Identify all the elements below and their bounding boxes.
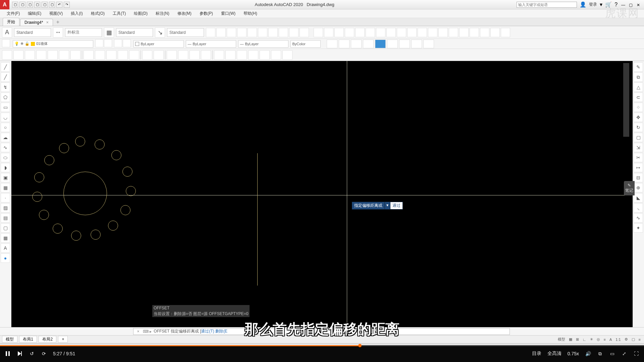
- preview-icon[interactable]: [48, 50, 58, 60]
- tab-add-button[interactable]: +: [54, 18, 62, 26]
- zoom-center-icon[interactable]: [411, 40, 422, 48]
- infocenter-icon[interactable]: 👤: [580, 1, 586, 8]
- zoom-in-icon[interactable]: [387, 40, 398, 48]
- qat-save-icon[interactable]: ▢: [27, 2, 33, 8]
- undo-icon[interactable]: [142, 50, 152, 60]
- status-scale-icon[interactable]: 1:1: [614, 337, 622, 342]
- plot-icon[interactable]: [36, 50, 46, 60]
- menu-window[interactable]: 窗口(W): [217, 11, 239, 16]
- menu-modify[interactable]: 修改(M): [173, 11, 196, 16]
- layer-icon-4[interactable]: [237, 28, 247, 37]
- matchprop-icon[interactable]: [118, 50, 128, 60]
- menu-format[interactable]: 格式(O): [87, 11, 109, 16]
- extend-icon[interactable]: ↦: [634, 163, 643, 172]
- signin-link[interactable]: 登录: [589, 2, 597, 7]
- cut-icon[interactable]: [84, 50, 94, 60]
- pip-icon[interactable]: ⧉: [597, 351, 603, 357]
- status-model-label[interactable]: 模型: [556, 336, 567, 343]
- explode-icon[interactable]: ✦: [634, 223, 643, 233]
- toolpal-icon[interactable]: [237, 50, 247, 60]
- stretch-icon[interactable]: ⇲: [634, 143, 643, 152]
- dynamic-input-field[interactable]: 通过: [390, 202, 403, 209]
- tab-layout2[interactable]: 布局2: [39, 336, 56, 343]
- qat-cloud-icon[interactable]: ▢: [42, 2, 48, 8]
- dim-update-icon[interactable]: [490, 28, 500, 37]
- sheetset-icon[interactable]: [248, 50, 258, 60]
- pause-button[interactable]: [5, 351, 11, 357]
- menu-dim[interactable]: 标注(N): [152, 11, 173, 16]
- dim-aligned-icon[interactable]: [324, 28, 333, 37]
- dim-style-dropdown[interactable]: 外标注: [65, 28, 102, 37]
- layer-dropdown[interactable]: 💡 ❄ 🔓 01墙体: [13, 40, 93, 48]
- next-button[interactable]: [17, 351, 23, 357]
- loop-button[interactable]: ⟳: [41, 351, 47, 357]
- paste-icon[interactable]: [106, 50, 116, 60]
- revcloud-icon[interactable]: ☁: [1, 133, 10, 142]
- dim-base-icon[interactable]: [386, 28, 396, 37]
- minimize-button[interactable]: —: [620, 3, 626, 7]
- tab-layout-add[interactable]: +: [58, 336, 68, 343]
- zoom-out-icon[interactable]: [399, 40, 410, 48]
- menu-edit[interactable]: 编辑(E): [24, 11, 45, 16]
- status-gear-icon[interactable]: ⚙: [623, 337, 629, 342]
- region-icon[interactable]: ▢: [1, 223, 10, 233]
- 3dprint-icon[interactable]: [70, 50, 80, 60]
- progress-track[interactable]: [0, 345, 644, 346]
- menu-draw[interactable]: 绘图(D): [130, 11, 152, 16]
- erase-icon[interactable]: ✎: [634, 62, 643, 72]
- player-speed-button[interactable]: 0.75x: [568, 351, 579, 356]
- table-icon[interactable]: ▦: [1, 233, 10, 243]
- close-button[interactable]: ✕: [635, 3, 641, 7]
- dim-insp-icon[interactable]: [449, 28, 458, 37]
- status-anno-icon[interactable]: A: [608, 337, 613, 342]
- app-logo[interactable]: A: [0, 0, 9, 9]
- zoom-object-icon[interactable]: [423, 40, 434, 48]
- zoom-rt-icon[interactable]: [178, 50, 188, 60]
- cmdline-options[interactable]: 通过(T) 删除(E: [201, 329, 227, 334]
- layer-icon-7[interactable]: [268, 28, 278, 37]
- array-icon[interactable]: ⁘: [634, 103, 643, 112]
- layer-icon-8[interactable]: [279, 28, 288, 37]
- tab-drawing4[interactable]: Drawing4* ×: [20, 19, 53, 26]
- open-icon[interactable]: [13, 50, 23, 60]
- drawing-viewport[interactable]: 指定偏移距离或 ▾ 通过 OFFSET 当前设置：删除源=否 图层=源 OFFS…: [11, 61, 633, 327]
- exchange-icon[interactable]: ▾: [600, 1, 602, 8]
- menu-tools[interactable]: 工具(T): [109, 11, 130, 16]
- dim-tol-icon[interactable]: [428, 28, 437, 37]
- qat-open-icon[interactable]: ▢: [19, 2, 25, 8]
- linetype-dropdown[interactable]: — ByLayer: [238, 40, 288, 48]
- zoom-all-icon[interactable]: [375, 40, 386, 48]
- layer-icon-5[interactable]: [248, 28, 257, 37]
- tab-model[interactable]: 模型: [2, 336, 17, 343]
- save-icon[interactable]: [25, 50, 35, 60]
- rotate-icon[interactable]: ↻: [634, 123, 643, 132]
- lineweight-dropdown[interactable]: — ByLayer: [186, 40, 236, 48]
- dim-cont-icon[interactable]: [397, 28, 406, 37]
- chamfer-icon[interactable]: ◣: [634, 193, 643, 202]
- layer-icon-10[interactable]: [300, 28, 309, 37]
- properties-icon[interactable]: [214, 50, 224, 60]
- scale-icon[interactable]: ▢: [634, 133, 643, 142]
- dim-ord-icon[interactable]: [345, 28, 354, 37]
- menu-param[interactable]: 参数(P): [196, 11, 217, 16]
- layiso-icon[interactable]: [95, 39, 103, 47]
- dim-center-icon[interactable]: [438, 28, 448, 37]
- player-quality-button[interactable]: 全高清: [547, 351, 561, 357]
- ellipsearc-icon[interactable]: ◗: [1, 163, 10, 172]
- dim-arc-icon[interactable]: [334, 28, 344, 37]
- status-osnap-icon[interactable]: ◎: [595, 337, 601, 342]
- dim-style-icon[interactable]: ↔: [53, 27, 63, 38]
- fillet-icon[interactable]: ◟: [634, 203, 643, 213]
- status-lwt-icon[interactable]: ≡: [602, 337, 607, 342]
- player-menu-button[interactable]: 目录: [532, 351, 541, 357]
- block-icon[interactable]: ▦: [1, 183, 10, 192]
- maximize-button[interactable]: ▢: [628, 3, 634, 7]
- tab-close-icon[interactable]: ×: [46, 20, 49, 25]
- cmdline-close-icon[interactable]: ×: [136, 329, 141, 334]
- zoom-window-icon[interactable]: [327, 40, 337, 48]
- layer-icon-6[interactable]: [258, 28, 267, 37]
- qat-redo-icon[interactable]: ↷: [64, 2, 70, 8]
- text-style-icon[interactable]: A: [2, 27, 12, 38]
- menu-view[interactable]: 视图(V): [45, 11, 67, 16]
- layfrz-icon[interactable]: [104, 39, 112, 47]
